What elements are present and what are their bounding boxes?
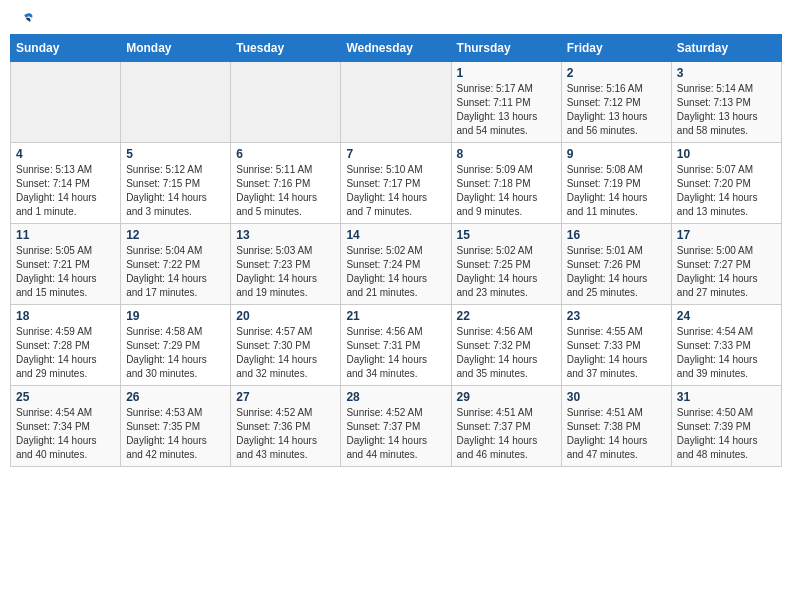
calendar-cell: 14Sunrise: 5:02 AM Sunset: 7:24 PM Dayli… [341,224,451,305]
day-info: Sunrise: 4:50 AM Sunset: 7:39 PM Dayligh… [677,406,776,462]
calendar-cell: 23Sunrise: 4:55 AM Sunset: 7:33 PM Dayli… [561,305,671,386]
day-number: 17 [677,228,776,242]
logo [14,10,36,26]
day-number: 3 [677,66,776,80]
day-info: Sunrise: 5:12 AM Sunset: 7:15 PM Dayligh… [126,163,225,219]
day-number: 30 [567,390,666,404]
day-number: 18 [16,309,115,323]
day-info: Sunrise: 5:13 AM Sunset: 7:14 PM Dayligh… [16,163,115,219]
calendar-cell: 31Sunrise: 4:50 AM Sunset: 7:39 PM Dayli… [671,386,781,467]
calendar-row-4: 18Sunrise: 4:59 AM Sunset: 7:28 PM Dayli… [11,305,782,386]
day-info: Sunrise: 5:05 AM Sunset: 7:21 PM Dayligh… [16,244,115,300]
day-number: 22 [457,309,556,323]
day-info: Sunrise: 5:01 AM Sunset: 7:26 PM Dayligh… [567,244,666,300]
calendar-cell [341,62,451,143]
calendar-cell: 3Sunrise: 5:14 AM Sunset: 7:13 PM Daylig… [671,62,781,143]
day-info: Sunrise: 5:02 AM Sunset: 7:24 PM Dayligh… [346,244,445,300]
weekday-header-row: SundayMondayTuesdayWednesdayThursdayFrid… [11,35,782,62]
calendar-cell: 9Sunrise: 5:08 AM Sunset: 7:19 PM Daylig… [561,143,671,224]
calendar-cell: 24Sunrise: 4:54 AM Sunset: 7:33 PM Dayli… [671,305,781,386]
day-info: Sunrise: 5:14 AM Sunset: 7:13 PM Dayligh… [677,82,776,138]
calendar-cell: 19Sunrise: 4:58 AM Sunset: 7:29 PM Dayli… [121,305,231,386]
calendar-cell [11,62,121,143]
calendar-row-1: 1Sunrise: 5:17 AM Sunset: 7:11 PM Daylig… [11,62,782,143]
calendar-cell: 7Sunrise: 5:10 AM Sunset: 7:17 PM Daylig… [341,143,451,224]
calendar-cell: 15Sunrise: 5:02 AM Sunset: 7:25 PM Dayli… [451,224,561,305]
day-info: Sunrise: 4:51 AM Sunset: 7:38 PM Dayligh… [567,406,666,462]
day-info: Sunrise: 5:04 AM Sunset: 7:22 PM Dayligh… [126,244,225,300]
calendar-cell: 6Sunrise: 5:11 AM Sunset: 7:16 PM Daylig… [231,143,341,224]
day-info: Sunrise: 4:56 AM Sunset: 7:31 PM Dayligh… [346,325,445,381]
day-info: Sunrise: 4:52 AM Sunset: 7:37 PM Dayligh… [346,406,445,462]
calendar-cell: 2Sunrise: 5:16 AM Sunset: 7:12 PM Daylig… [561,62,671,143]
calendar-cell: 27Sunrise: 4:52 AM Sunset: 7:36 PM Dayli… [231,386,341,467]
calendar-cell: 29Sunrise: 4:51 AM Sunset: 7:37 PM Dayli… [451,386,561,467]
calendar-cell: 21Sunrise: 4:56 AM Sunset: 7:31 PM Dayli… [341,305,451,386]
day-info: Sunrise: 5:03 AM Sunset: 7:23 PM Dayligh… [236,244,335,300]
weekday-header-friday: Friday [561,35,671,62]
calendar-table: SundayMondayTuesdayWednesdayThursdayFrid… [10,34,782,467]
day-info: Sunrise: 5:07 AM Sunset: 7:20 PM Dayligh… [677,163,776,219]
day-number: 23 [567,309,666,323]
calendar-cell: 13Sunrise: 5:03 AM Sunset: 7:23 PM Dayli… [231,224,341,305]
day-number: 5 [126,147,225,161]
calendar-cell: 8Sunrise: 5:09 AM Sunset: 7:18 PM Daylig… [451,143,561,224]
calendar-cell: 25Sunrise: 4:54 AM Sunset: 7:34 PM Dayli… [11,386,121,467]
calendar-cell: 17Sunrise: 5:00 AM Sunset: 7:27 PM Dayli… [671,224,781,305]
calendar-cell: 10Sunrise: 5:07 AM Sunset: 7:20 PM Dayli… [671,143,781,224]
day-info: Sunrise: 5:11 AM Sunset: 7:16 PM Dayligh… [236,163,335,219]
calendar-cell: 28Sunrise: 4:52 AM Sunset: 7:37 PM Dayli… [341,386,451,467]
day-number: 6 [236,147,335,161]
day-number: 28 [346,390,445,404]
day-info: Sunrise: 5:17 AM Sunset: 7:11 PM Dayligh… [457,82,556,138]
page-header [10,10,782,26]
calendar-cell: 11Sunrise: 5:05 AM Sunset: 7:21 PM Dayli… [11,224,121,305]
day-info: Sunrise: 5:08 AM Sunset: 7:19 PM Dayligh… [567,163,666,219]
day-number: 11 [16,228,115,242]
weekday-header-tuesday: Tuesday [231,35,341,62]
day-number: 27 [236,390,335,404]
day-number: 19 [126,309,225,323]
day-info: Sunrise: 5:16 AM Sunset: 7:12 PM Dayligh… [567,82,666,138]
day-info: Sunrise: 5:10 AM Sunset: 7:17 PM Dayligh… [346,163,445,219]
day-info: Sunrise: 4:53 AM Sunset: 7:35 PM Dayligh… [126,406,225,462]
day-number: 10 [677,147,776,161]
day-number: 16 [567,228,666,242]
calendar-row-5: 25Sunrise: 4:54 AM Sunset: 7:34 PM Dayli… [11,386,782,467]
day-number: 14 [346,228,445,242]
calendar-row-2: 4Sunrise: 5:13 AM Sunset: 7:14 PM Daylig… [11,143,782,224]
calendar-cell: 4Sunrise: 5:13 AM Sunset: 7:14 PM Daylig… [11,143,121,224]
day-number: 12 [126,228,225,242]
day-number: 24 [677,309,776,323]
day-info: Sunrise: 4:57 AM Sunset: 7:30 PM Dayligh… [236,325,335,381]
day-info: Sunrise: 4:54 AM Sunset: 7:33 PM Dayligh… [677,325,776,381]
day-number: 21 [346,309,445,323]
day-info: Sunrise: 4:54 AM Sunset: 7:34 PM Dayligh… [16,406,115,462]
day-info: Sunrise: 4:59 AM Sunset: 7:28 PM Dayligh… [16,325,115,381]
day-number: 25 [16,390,115,404]
day-number: 1 [457,66,556,80]
day-number: 2 [567,66,666,80]
day-number: 7 [346,147,445,161]
calendar-cell [231,62,341,143]
calendar-cell: 18Sunrise: 4:59 AM Sunset: 7:28 PM Dayli… [11,305,121,386]
day-number: 20 [236,309,335,323]
calendar-cell: 22Sunrise: 4:56 AM Sunset: 7:32 PM Dayli… [451,305,561,386]
calendar-cell: 5Sunrise: 5:12 AM Sunset: 7:15 PM Daylig… [121,143,231,224]
weekday-header-monday: Monday [121,35,231,62]
day-info: Sunrise: 4:52 AM Sunset: 7:36 PM Dayligh… [236,406,335,462]
logo-bird-icon [16,10,36,30]
day-info: Sunrise: 5:02 AM Sunset: 7:25 PM Dayligh… [457,244,556,300]
day-info: Sunrise: 4:58 AM Sunset: 7:29 PM Dayligh… [126,325,225,381]
calendar-row-3: 11Sunrise: 5:05 AM Sunset: 7:21 PM Dayli… [11,224,782,305]
calendar-cell: 12Sunrise: 5:04 AM Sunset: 7:22 PM Dayli… [121,224,231,305]
day-number: 29 [457,390,556,404]
day-number: 9 [567,147,666,161]
day-number: 31 [677,390,776,404]
day-info: Sunrise: 4:56 AM Sunset: 7:32 PM Dayligh… [457,325,556,381]
day-info: Sunrise: 5:09 AM Sunset: 7:18 PM Dayligh… [457,163,556,219]
day-number: 15 [457,228,556,242]
day-info: Sunrise: 4:51 AM Sunset: 7:37 PM Dayligh… [457,406,556,462]
day-info: Sunrise: 4:55 AM Sunset: 7:33 PM Dayligh… [567,325,666,381]
day-number: 4 [16,147,115,161]
